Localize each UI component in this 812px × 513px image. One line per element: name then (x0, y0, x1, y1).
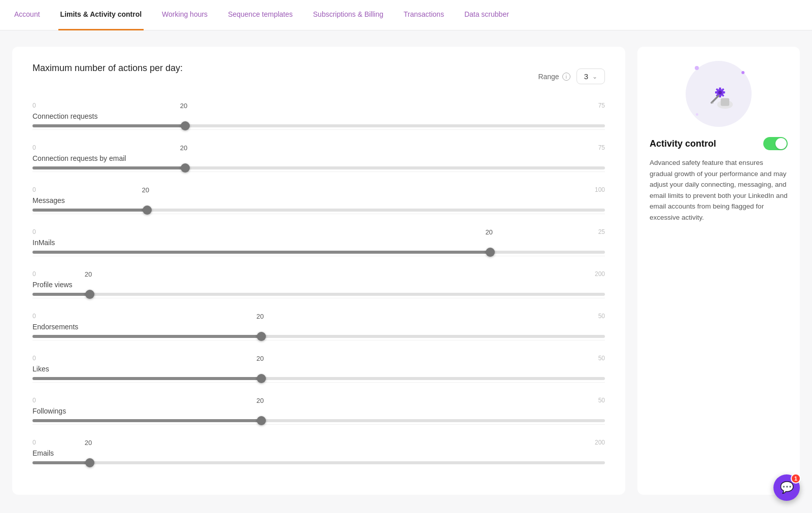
nav-item-working-hours[interactable]: Working hours (160, 0, 210, 30)
range-info-icon[interactable]: i (562, 73, 570, 81)
limits-panel: Maximum number of actions per day: Range… (12, 47, 625, 495)
slider-label-endorsements: Endorsements (32, 323, 605, 331)
slider-rail-emails (32, 461, 605, 464)
slider-section-likes: 02050Likes (32, 355, 605, 383)
slider-min-connection-requests: 0 (32, 102, 36, 109)
slider-track-connection-requests[interactable] (32, 124, 605, 127)
range-label: Range i (538, 73, 570, 81)
chat-icon: 💬 (780, 481, 794, 494)
range-header: Maximum number of actions per day: Range… (32, 63, 605, 90)
slider-meta-messages: 020100 (32, 186, 605, 193)
slider-thumb-inmails[interactable] (486, 248, 495, 257)
slider-value-likes: 20 (256, 355, 263, 362)
slider-thumb-emails[interactable] (85, 458, 94, 467)
toggle-knob (775, 138, 787, 149)
slider-label-emails: Emails (32, 449, 605, 457)
slider-thumb-endorsements[interactable] (257, 332, 266, 341)
slider-thumb-followings[interactable] (257, 416, 266, 425)
nav-item-sequence-templates[interactable]: Sequence templates (226, 0, 295, 30)
slider-divider (32, 382, 605, 383)
range-dropdown[interactable]: 3 ⌄ (577, 69, 605, 84)
nav-item-account[interactable]: Account (12, 0, 42, 30)
nav-item-subscriptions-billing[interactable]: Subscriptions & Billing (311, 0, 386, 30)
slider-thumb-connection-requests[interactable] (181, 121, 190, 130)
slider-divider (32, 214, 605, 214)
slider-max-messages: 100 (595, 186, 605, 193)
svg-point-3 (718, 91, 722, 94)
slider-max-connection-requests: 75 (598, 102, 605, 109)
slider-value-profile-views: 20 (85, 270, 92, 278)
slider-track-endorsements[interactable] (32, 335, 605, 338)
activity-toggle[interactable] (763, 137, 788, 150)
slider-thumb-connection-requests-email[interactable] (181, 163, 190, 173)
slider-rail-connection-requests-email (32, 166, 605, 169)
navigation: AccountLimits & Activity controlWorking … (0, 0, 812, 30)
svg-rect-6 (715, 91, 717, 93)
slider-fill-connection-requests (32, 124, 185, 127)
slider-min-inmails: 0 (32, 228, 36, 235)
slider-value-messages: 20 (142, 186, 149, 194)
slider-label-followings: Followings (32, 407, 605, 415)
activity-title-row: Activity control (650, 137, 788, 150)
chat-button[interactable]: 💬 1 (773, 474, 800, 501)
slider-value-connection-requests-email: 20 (180, 144, 187, 152)
slider-track-profile-views[interactable] (32, 293, 605, 296)
slider-min-emails: 0 (32, 439, 36, 446)
slider-divider (32, 424, 605, 425)
slider-section-profile-views: 020200Profile views (32, 270, 605, 298)
slider-min-likes: 0 (32, 355, 36, 362)
slider-max-likes: 50 (598, 355, 605, 362)
slider-meta-connection-requests-email: 02075 (32, 144, 605, 151)
slider-thumb-messages[interactable] (143, 206, 152, 215)
slider-meta-endorsements: 02050 (32, 313, 605, 320)
slider-section-emails: 020200Emails (32, 439, 605, 464)
slider-label-connection-requests: Connection requests (32, 112, 605, 120)
slider-fill-emails (32, 461, 90, 464)
slider-track-likes[interactable] (32, 377, 605, 380)
slider-label-messages: Messages (32, 196, 605, 204)
slider-min-messages: 0 (32, 186, 36, 193)
nav-item-limits[interactable]: Limits & Activity control (58, 0, 144, 30)
slider-fill-inmails (32, 251, 490, 254)
illustration-circle (686, 61, 752, 127)
slider-thumb-profile-views[interactable] (85, 290, 94, 299)
deco-dot-2 (741, 71, 745, 74)
slider-divider (32, 340, 605, 340)
slider-track-followings[interactable] (32, 419, 605, 422)
slider-track-inmails[interactable] (32, 251, 605, 254)
slider-fill-profile-views (32, 293, 90, 296)
slider-max-connection-requests-email: 75 (598, 144, 605, 151)
activity-title: Activity control (650, 139, 716, 149)
svg-rect-1 (721, 98, 729, 106)
slider-value-inmails: 20 (485, 228, 492, 236)
slider-min-endorsements: 0 (32, 313, 36, 320)
slider-rail-inmails (32, 251, 605, 254)
slider-fill-connection-requests-email (32, 166, 185, 169)
slider-value-emails: 20 (85, 439, 92, 447)
slider-track-connection-requests-email[interactable] (32, 166, 605, 169)
slider-max-profile-views: 200 (595, 270, 605, 278)
deco-dot-3 (696, 113, 698, 116)
slider-thumb-likes[interactable] (257, 374, 266, 383)
slider-divider (32, 256, 605, 256)
slider-meta-inmails: 02025 (32, 228, 605, 235)
slider-section-followings: 02050Followings (32, 397, 605, 425)
chat-badge: 1 (791, 473, 801, 484)
gear-icon (701, 76, 736, 112)
nav-item-transactions[interactable]: Transactions (401, 0, 446, 30)
slider-rail-profile-views (32, 293, 605, 296)
slider-track-messages[interactable] (32, 209, 605, 212)
slider-divider (32, 298, 605, 298)
slider-max-emails: 200 (595, 439, 605, 446)
slider-fill-endorsements (32, 335, 261, 338)
chevron-down-icon: ⌄ (592, 73, 597, 80)
slider-value-connection-requests: 20 (180, 102, 187, 110)
slider-label-connection-requests-email: Connection requests by email (32, 154, 605, 162)
nav-item-data-scrubber[interactable]: Data scrubber (462, 0, 511, 30)
slider-track-emails[interactable] (32, 461, 605, 464)
section-title: Maximum number of actions per day: (32, 63, 183, 74)
svg-line-12 (712, 96, 719, 103)
slider-section-connection-requests: 02075Connection requests (32, 102, 605, 130)
slider-meta-emails: 020200 (32, 439, 605, 446)
slider-rail-likes (32, 377, 605, 380)
